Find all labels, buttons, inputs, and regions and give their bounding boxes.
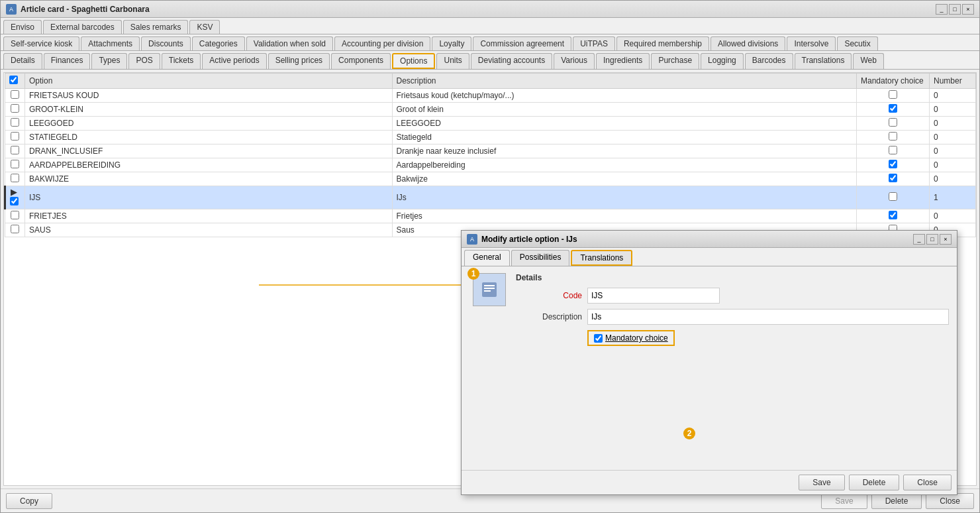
row-checkbox[interactable] [11, 104, 19, 113]
row-option: AARDAPPELBEREIDING [25, 158, 393, 172]
dialog-minimize-button[interactable]: _ [913, 234, 925, 245]
tab-web[interactable]: Web [853, 53, 883, 69]
tab-enviso[interactable]: Enviso [3, 20, 42, 34]
save-button[interactable]: Save [821, 493, 867, 509]
tab-selling-prices[interactable]: Selling prices [268, 53, 330, 69]
minimize-button[interactable]: _ [936, 4, 948, 15]
mandatory-choice-checkbox[interactable] [594, 334, 603, 343]
row-number: 0 [930, 117, 976, 131]
row-number: 0 [930, 131, 976, 144]
tab-categories[interactable]: Categories [192, 36, 245, 50]
row-mandatory[interactable] [889, 146, 897, 154]
app-icon: A [6, 4, 17, 15]
table-row[interactable]: FRIETJES Frietjes 0 [5, 209, 976, 223]
tab-secutix[interactable]: Secutix [837, 36, 877, 50]
table-row[interactable]: DRANK_INCLUSIEF Drankje naar keuze inclu… [5, 144, 976, 158]
row-checkbox[interactable] [10, 197, 19, 205]
svg-rect-2 [484, 285, 495, 286]
tab-components[interactable]: Components [331, 53, 391, 69]
row-mandatory[interactable] [889, 192, 897, 201]
dialog-restore-button[interactable]: □ [926, 234, 938, 245]
row-mandatory[interactable] [889, 132, 897, 141]
table-row[interactable]: FRIETSAUS KOUD Frietsaus koud (ketchup/m… [5, 89, 976, 103]
dialog-tab-possibilities[interactable]: Possibilities [511, 250, 570, 266]
tab-types[interactable]: Types [91, 53, 127, 69]
dialog-close-button[interactable]: × [940, 234, 952, 245]
tab-sales-remarks[interactable]: Sales remarks [123, 20, 189, 34]
table-row[interactable]: AARDAPPELBEREIDING Aardappelbereiding 0 [5, 158, 976, 172]
row-mandatory[interactable] [889, 118, 897, 127]
table-row[interactable]: GROOT-KLEIN Groot of klein 0 [5, 103, 976, 117]
row-checkbox[interactable] [11, 118, 19, 127]
mandatory-choice-label[interactable]: Mandatory choice [587, 330, 675, 346]
delete-button[interactable]: Delete [871, 493, 922, 509]
svg-rect-3 [484, 288, 495, 289]
table-row-ijs[interactable]: ▶ IJS IJs 1 [5, 186, 976, 209]
tab-attachments[interactable]: Attachments [81, 36, 140, 50]
step2-badge: 2 [683, 428, 695, 439]
dialog-save-button[interactable]: Save [799, 475, 844, 490]
tab-external-barcodes[interactable]: External barcodes [43, 20, 122, 34]
tab-purchase[interactable]: Purchase [651, 53, 699, 69]
restore-button[interactable]: □ [949, 4, 961, 15]
tab-tickets[interactable]: Tickets [162, 53, 201, 69]
close-button[interactable]: Close [926, 493, 974, 509]
tab-logging[interactable]: Logging [701, 53, 744, 69]
table-row[interactable]: LEEGGOED LEEGGOED 0 [5, 117, 976, 131]
row-mandatory[interactable] [889, 174, 897, 182]
tab-deviating-accounts[interactable]: Deviating accounts [471, 53, 552, 69]
row-mandatory[interactable] [889, 90, 897, 99]
row-mandatory[interactable] [889, 160, 897, 168]
row-number: 0 [930, 209, 976, 223]
close-window-button[interactable]: × [962, 4, 974, 15]
tab-self-service-kiosk[interactable]: Self-service kiosk [3, 36, 79, 50]
table-row[interactable]: STATIEGELD Statiegeld 0 [5, 131, 976, 144]
tab-intersolve[interactable]: Intersolve [787, 36, 836, 50]
title-bar: A Article card - Spaghetti Carbonara _ □… [1, 1, 979, 18]
tab-active-periods[interactable]: Active periods [202, 53, 266, 69]
row-description: IJs [392, 186, 856, 209]
row-checkbox[interactable] [11, 132, 19, 141]
tab-accounting-per-division[interactable]: Accounting per division [334, 36, 430, 50]
tab-uitpas[interactable]: UiTPAS [573, 36, 615, 50]
tab-allowed-divisions[interactable]: Allowed divisions [710, 36, 785, 50]
code-row: Code [516, 288, 949, 304]
tab-barcodes[interactable]: Barcodes [745, 53, 793, 69]
row-checkbox[interactable] [11, 211, 19, 219]
copy-button[interactable]: Copy [6, 493, 52, 509]
row-checkbox[interactable] [11, 174, 19, 182]
row-number: 0 [930, 144, 976, 158]
tab-various[interactable]: Various [554, 53, 595, 69]
row-mandatory[interactable] [889, 104, 897, 113]
tab-validation-when-sold[interactable]: Validation when sold [246, 36, 333, 50]
tab-loyalty[interactable]: Loyalty [432, 36, 471, 50]
description-input[interactable] [587, 309, 949, 325]
tab-finances[interactable]: Finances [44, 53, 91, 69]
row-checkbox[interactable] [11, 146, 19, 154]
tab-ingredients[interactable]: Ingredients [596, 53, 650, 69]
tab-pos[interactable]: POS [128, 53, 160, 69]
tab-translations[interactable]: Translations [795, 53, 852, 69]
dialog-tab-general[interactable]: General [464, 250, 510, 266]
row-checkbox[interactable] [11, 225, 19, 233]
tab-options[interactable]: Options [392, 53, 435, 69]
dialog-close-button-footer[interactable]: Close [903, 475, 952, 490]
tab-units[interactable]: Units [436, 53, 469, 69]
tab-required-membership[interactable]: Required membership [616, 36, 709, 50]
dialog-tab-translations[interactable]: Translations [571, 250, 632, 266]
code-input[interactable] [587, 288, 720, 304]
row-number: 0 [930, 103, 976, 117]
row-checkbox[interactable] [11, 90, 19, 99]
row-checkbox[interactable] [11, 160, 19, 168]
col-header-mandatory: Mandatory choice [857, 74, 930, 89]
tab-ksv[interactable]: KSV [189, 20, 220, 34]
tab-details[interactable]: Details [3, 53, 42, 69]
row-option: FRIETSAUS KOUD [25, 89, 393, 103]
form-section-title: Details [516, 273, 949, 282]
header-checkbox[interactable] [9, 76, 18, 84]
table-row[interactable]: BAKWIJZE Bakwijze 0 [5, 172, 976, 186]
dialog-delete-button[interactable]: Delete [849, 475, 900, 490]
tab-commission-agreement[interactable]: Commission agreement [473, 36, 571, 50]
tab-discounts[interactable]: Discounts [141, 36, 191, 50]
row-mandatory[interactable] [889, 211, 897, 219]
